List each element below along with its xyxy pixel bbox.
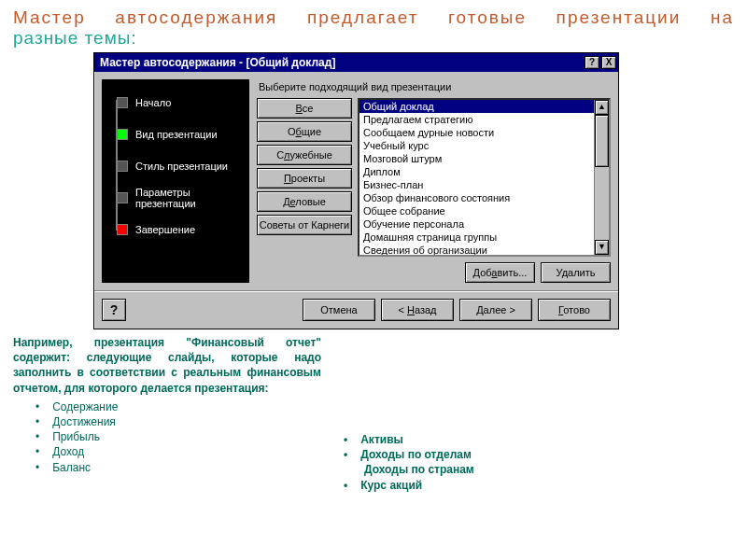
list-item[interactable]: Диплом — [359, 165, 594, 178]
instruction-text: Выберите подходящий вид презентации — [257, 79, 611, 98]
category-general-button[interactable]: Общие — [257, 121, 352, 142]
category-service-button[interactable]: Служебные — [257, 145, 352, 165]
category-business-button[interactable]: Деловые — [257, 191, 352, 212]
bullet-item: Доходы по странам — [340, 462, 474, 477]
list-item[interactable]: Сведения об организации — [359, 244, 594, 257]
list-item[interactable]: Мозговой штурм — [359, 152, 594, 165]
step-marker-icon — [117, 97, 128, 108]
list-item[interactable]: Домашняя страница группы — [359, 231, 594, 244]
step-style[interactable]: Стиль презентации — [107, 156, 244, 176]
step-label: Стиль презентации — [135, 161, 228, 172]
list-item[interactable]: Учебный курс — [359, 139, 594, 152]
list-item[interactable]: Сообщаем дурные новости — [359, 126, 594, 139]
dialog-title: Мастер автосодержания - [Общий доклад] — [100, 56, 583, 69]
close-button[interactable]: X — [601, 56, 616, 69]
step-marker-icon — [117, 129, 128, 140]
remove-button[interactable]: Удалить — [541, 262, 611, 283]
step-label: Начало — [135, 97, 171, 108]
bullet-item: Содержание — [13, 399, 321, 414]
scroll-up-icon[interactable]: ▲ — [595, 100, 609, 115]
cancel-button[interactable]: Отмена — [303, 299, 375, 321]
step-marker-icon — [117, 161, 128, 172]
list-item[interactable]: Бизнес-план — [359, 178, 594, 191]
step-type[interactable]: Вид презентации — [107, 124, 244, 145]
back-button[interactable]: < Назад — [381, 299, 454, 321]
page-heading: Мастер автосодержания предлагает готовые… — [0, 0, 747, 52]
footer-help-button[interactable]: ? — [102, 299, 126, 321]
step-options[interactable]: Параметры презентации — [107, 188, 244, 208]
next-button[interactable]: Далее > — [459, 299, 532, 321]
bullet-item: Прибыль — [13, 429, 321, 444]
list-item[interactable]: Общее собрание — [359, 204, 594, 217]
step-label: Параметры презентации — [135, 187, 244, 209]
scroll-down-icon[interactable]: ▼ — [595, 240, 609, 255]
list-item[interactable]: Предлагаем стратегию — [359, 113, 594, 126]
heading-line2: разные темы: — [13, 28, 734, 49]
wizard-steps-panel: Начало Вид презентации Стиль презентации… — [102, 79, 249, 283]
add-button[interactable]: Добавить... — [465, 262, 535, 283]
presentation-listbox[interactable]: Общий докладПредлагаем стратегиюСообщаем… — [358, 98, 611, 257]
step-label: Завершение — [135, 224, 195, 235]
list-item[interactable]: Общий доклад — [359, 100, 594, 113]
list-item[interactable]: Обзор финансового состояния — [359, 191, 594, 204]
bullet-item: Баланс — [13, 460, 321, 475]
titlebar: Мастер автосодержания - [Общий доклад] ?… — [94, 53, 618, 72]
description-block: Например, презентация "Финансовый отчет"… — [0, 329, 747, 493]
step-start[interactable]: Начало — [107, 92, 244, 113]
scrollbar[interactable]: ▲ ▼ — [594, 100, 609, 255]
step-marker-icon — [117, 192, 128, 203]
bullet-item: Доход — [13, 444, 321, 459]
dialog-footer: ? Отмена < Назад Далее > Готово — [94, 290, 618, 329]
list-item[interactable]: Обучение персонала — [359, 217, 594, 231]
scroll-thumb[interactable] — [595, 115, 609, 167]
category-carnegie-button[interactable]: Советы от Карнеги — [257, 215, 352, 235]
bullet-item: Достижения — [13, 414, 321, 429]
bullet-item: Доходы по отделам — [340, 447, 474, 462]
bullet-item: Курс акций — [340, 478, 474, 493]
description-intro: Например, презентация "Финансовый отчет"… — [13, 335, 321, 396]
heading-line1: Мастер автосодержания предлагает готовые… — [13, 7, 734, 28]
step-label: Вид презентации — [135, 129, 218, 140]
category-all-button[interactable]: Все — [257, 98, 352, 119]
wizard-dialog: Мастер автосодержания - [Общий доклад] ?… — [93, 52, 619, 329]
category-buttons: Все Общие Служебные Проекты Деловые Сове… — [257, 98, 352, 283]
category-projects-button[interactable]: Проекты — [257, 168, 352, 189]
finish-button[interactable]: Готово — [538, 299, 611, 321]
bullet-item: Активы — [340, 432, 474, 447]
step-finish[interactable]: Завершение — [107, 219, 244, 240]
step-marker-icon — [117, 224, 128, 235]
help-button[interactable]: ? — [585, 56, 599, 69]
